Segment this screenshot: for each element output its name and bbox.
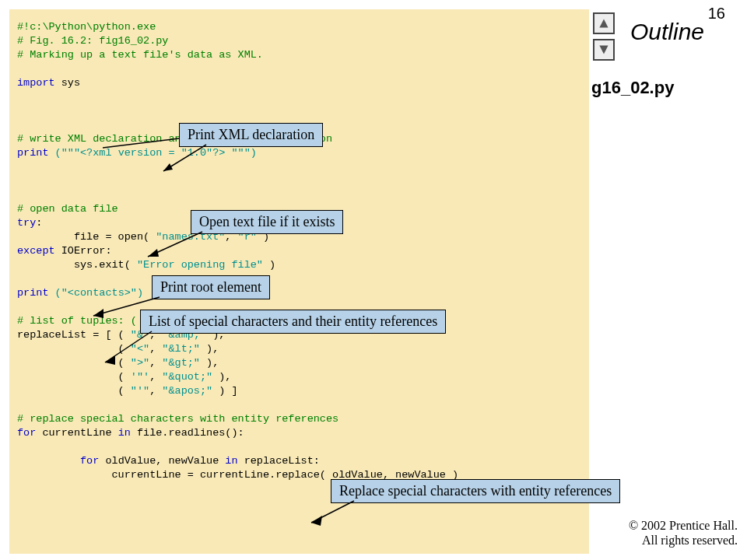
callout-special-chars: List of special characters and their ent… <box>140 310 446 334</box>
code-line: # replace special characters with entity… <box>17 413 338 425</box>
callout-xml-decl: Print XML declaration <box>179 123 323 147</box>
triangle-down-icon <box>598 44 609 55</box>
code-str: "&apos;" <box>162 385 212 397</box>
code-kw: import <box>17 77 55 89</box>
callout-replace: Replace special characters with entity r… <box>331 479 620 503</box>
callout-root-element: Print root element <box>152 275 270 299</box>
code-pane: #!c:\Python\python.exe # Fig. 16.2: fig1… <box>9 9 589 554</box>
code-text: IOError: <box>55 245 112 257</box>
code-text: ( <box>17 357 131 369</box>
code-text: file.readlines(): <box>131 427 244 439</box>
code-kw: except <box>17 245 55 257</box>
svg-marker-0 <box>599 19 608 27</box>
code-text: ( <box>17 385 131 397</box>
code-text: ), <box>200 357 219 369</box>
code-line: # open data file <box>17 203 118 215</box>
code-text: ( <box>17 371 131 383</box>
code-kw: in <box>225 455 237 467</box>
code-str: "&lt;" <box>162 343 200 355</box>
code-kw: try <box>17 217 36 229</box>
triangle-up-icon <box>598 18 609 29</box>
code-listing: #!c:\Python\python.exe # Fig. 16.2: fig1… <box>17 20 581 482</box>
code-kw: print <box>17 147 49 159</box>
code-text: ), <box>200 343 219 355</box>
callout-open-file: Open text file if it exists <box>191 210 343 234</box>
next-slide-button[interactable] <box>593 39 615 61</box>
code-line: #!c:\Python\python.exe <box>17 21 156 33</box>
code-text: replaceList = [ ( <box>17 329 131 341</box>
code-text: , <box>149 357 162 369</box>
code-line: # Fig. 16.2: fig16_02.py <box>17 35 168 47</box>
outline-heading: Outline <box>630 19 704 45</box>
code-line: # Marking up a text file's data as XML. <box>17 49 263 61</box>
code-text: currentLine <box>36 427 117 439</box>
code-str: '"' <box>131 371 149 383</box>
code-text: ("""<?xml version = "1.0"?> """) <box>49 147 257 159</box>
page-number: 16 <box>708 5 725 23</box>
code-text <box>17 455 80 467</box>
copyright-text: © 2002 Prentice Hall. All rights reserve… <box>629 518 738 548</box>
code-text: ) ] <box>212 385 237 397</box>
code-text: oldValue, newValue <box>99 455 225 467</box>
code-kw: for <box>17 427 36 439</box>
copyright-line: © 2002 Prentice Hall. <box>629 518 738 533</box>
code-kw: print <box>17 287 49 299</box>
code-text: , <box>149 371 162 383</box>
svg-marker-1 <box>599 45 608 54</box>
code-text: : <box>36 217 42 229</box>
code-text: file = open( <box>17 231 156 243</box>
code-text: , <box>149 385 162 397</box>
code-text: ("<contacts>") <box>49 287 144 299</box>
code-str: "'" <box>131 385 149 397</box>
side-filename: g16_02.py <box>591 78 674 98</box>
prev-slide-button[interactable] <box>593 12 615 34</box>
code-str: ">" <box>131 357 149 369</box>
code-kw: in <box>118 427 131 439</box>
code-text: ( <box>17 343 131 355</box>
code-str: "Error opening file" <box>137 259 263 271</box>
code-text: , <box>149 343 162 355</box>
code-str: "<" <box>131 343 149 355</box>
code-str: "&gt;" <box>162 357 200 369</box>
code-text: sys.exit( <box>17 259 137 271</box>
code-kw: for <box>80 455 99 467</box>
copyright-line: All rights reserved. <box>629 533 738 548</box>
code-text: ) <box>263 259 275 271</box>
code-text: ), <box>212 371 231 383</box>
code-text: sys <box>55 77 80 89</box>
code-text: replaceList: <box>238 455 320 467</box>
code-str: "&quot;" <box>162 371 212 383</box>
